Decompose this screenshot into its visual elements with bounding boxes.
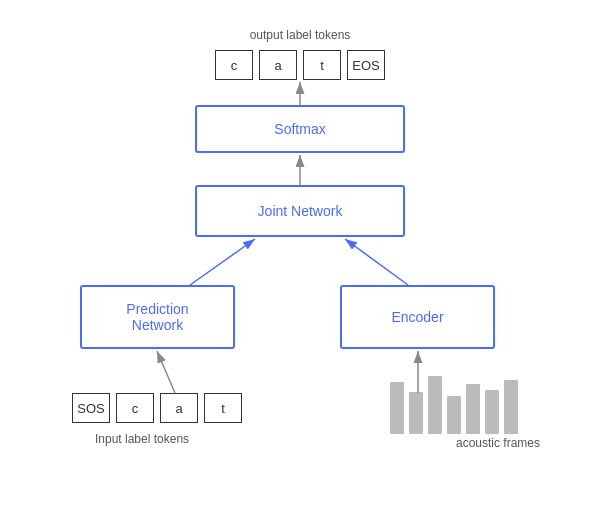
input-token-sos: SOS xyxy=(72,393,110,423)
svg-line-5 xyxy=(345,239,408,285)
svg-line-4 xyxy=(190,239,255,285)
input-token-row: SOS c a t xyxy=(72,393,242,423)
bar-4 xyxy=(447,396,461,434)
encoder-box: Encoder xyxy=(340,285,495,349)
output-token-eos: EOS xyxy=(347,50,385,80)
joint-network-box: Joint Network xyxy=(195,185,405,237)
output-token-t: t xyxy=(303,50,341,80)
bar-7 xyxy=(504,380,518,434)
input-token-t: t xyxy=(204,393,242,423)
softmax-box: Softmax xyxy=(195,105,405,153)
acoustic-caption: acoustic frames xyxy=(456,436,540,450)
prediction-network-box: Prediction Network xyxy=(80,285,235,349)
bar-6 xyxy=(485,390,499,434)
input-label-caption: Input label tokens xyxy=(95,432,189,446)
bar-2 xyxy=(409,392,423,434)
output-label-caption: output label tokens xyxy=(250,28,351,42)
output-token-row: c a t EOS xyxy=(215,50,385,80)
output-token-a: a xyxy=(259,50,297,80)
input-token-c: c xyxy=(116,393,154,423)
input-token-a: a xyxy=(160,393,198,423)
acoustic-frames xyxy=(390,376,518,434)
bar-5 xyxy=(466,384,480,434)
svg-line-6 xyxy=(157,351,175,393)
output-token-c: c xyxy=(215,50,253,80)
bar-1 xyxy=(390,382,404,434)
bar-3 xyxy=(428,376,442,434)
